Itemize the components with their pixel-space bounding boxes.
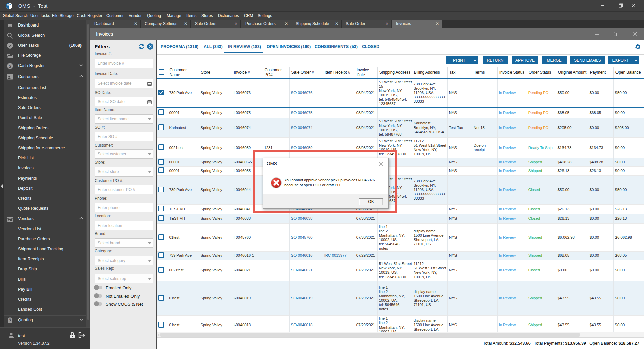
svg-text:$: $ <box>9 64 11 69</box>
svg-text:?: ? <box>9 319 11 323</box>
